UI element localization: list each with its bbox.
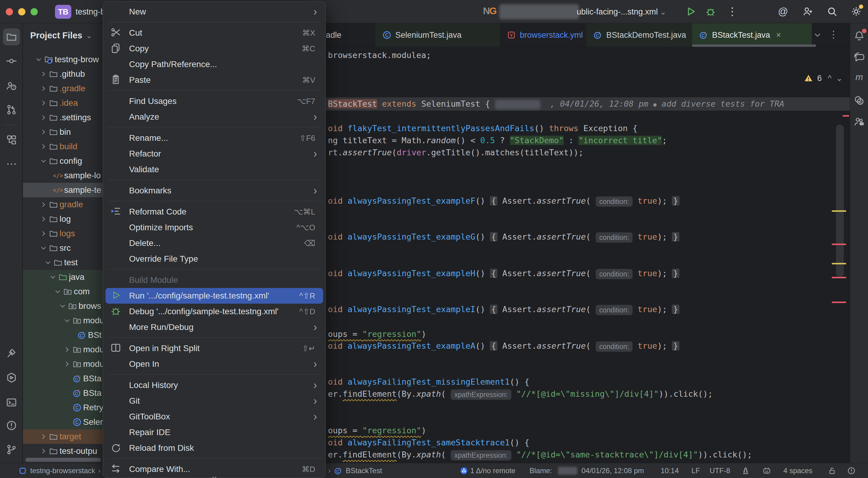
status-label: 4 spaces (783, 467, 812, 475)
stripe-marker[interactable] (832, 277, 846, 278)
stripe-services-button[interactable] (5, 372, 18, 384)
status-widget-blame[interactable]: Blame: (529, 463, 552, 478)
status-class-breadcrumb[interactable]: › C BStackTest (328, 463, 382, 478)
menu-item-reformat-code[interactable]: Reformat Code⌥⌘L (105, 204, 323, 220)
ai-assistant-icon[interactable]: @ (777, 5, 789, 18)
status-widget-1-no-remote[interactable]: 1 Δ/no remote (470, 463, 515, 478)
stripe-commit-button[interactable] (5, 55, 18, 67)
code-with-me-button[interactable] (802, 5, 814, 18)
menu-item-open-in-right-split[interactable]: Open in Right Split⇧↵ (105, 341, 323, 356)
status-redacted-blame-author[interactable] (558, 463, 577, 478)
stripe-bell-button[interactable] (853, 30, 865, 42)
stripe-marker[interactable] (832, 244, 846, 245)
menu-separator (103, 88, 326, 93)
menu-item-refactor[interactable]: Refactor› (105, 146, 323, 162)
menu-scroll-more-icon[interactable]: ⌄ (103, 471, 326, 478)
prev-warning-icon[interactable]: ^ (828, 74, 832, 83)
menu-item-analyze[interactable]: Analyze› (105, 109, 323, 125)
menu-item-delete[interactable]: Delete...⌫ (105, 235, 323, 251)
menu-item-local-history[interactable]: Local History› (105, 377, 323, 393)
menu-item-debug-config-sample-test-testng-xml[interactable]: Debug '.../config/sample-test.testng.xml… (105, 304, 323, 319)
stripe-terminal-button[interactable] (5, 396, 18, 409)
menu-item-cut[interactable]: Cut⌘X (105, 25, 323, 41)
close-icon[interactable]: × (776, 30, 781, 40)
menu-item-new[interactable]: New› (105, 4, 323, 20)
search-everywhere-button[interactable] (826, 5, 838, 18)
stripe-aichat-button[interactable] (853, 51, 865, 63)
menu-item-label: Rename... (129, 133, 300, 143)
window-maximize-button[interactable] (31, 8, 38, 15)
stripe-marker[interactable] (832, 263, 846, 264)
stripe-problems-button[interactable] (5, 419, 18, 432)
stripe-marker[interactable] (832, 210, 846, 212)
run-configuration-select[interactable]: ublic-facing-...stng.xml ⌄ (577, 7, 666, 17)
stripe-gitbranch-button[interactable] (5, 444, 18, 456)
menu-item-copy-path-reference[interactable]: Copy Path/Reference... (105, 57, 323, 72)
tab-d-gradle[interactable]: d.gradle (326, 23, 375, 47)
tab-scrollbar[interactable] (692, 44, 816, 47)
folder-icon (49, 142, 58, 151)
status-lock-widget[interactable] (828, 463, 837, 478)
tab-seleniumtest-java[interactable]: CSeleniumTest.java (375, 23, 500, 47)
menu-item-run-config-sample-test-testng-xml[interactable]: Run '.../config/sample-test.testng.xml'^… (105, 288, 323, 304)
tree-chevron-icon (39, 70, 48, 78)
menu-item-git[interactable]: Git› (105, 393, 323, 409)
menu-item-override-file-type[interactable]: Override File Type (105, 251, 323, 267)
status-bang-widget[interactable] (847, 463, 856, 478)
status-push-widget[interactable] (459, 463, 468, 478)
settings-gear-icon[interactable] (850, 5, 863, 18)
status-widget-4-spaces[interactable]: 4 spaces (783, 463, 812, 478)
project-view-header[interactable]: Project Files ⌄ (30, 31, 92, 40)
debug-button[interactable] (704, 5, 717, 18)
menu-item-more-run-debug[interactable]: More Run/Debug› (105, 319, 323, 335)
editor-scrollbar[interactable] (836, 125, 844, 277)
menu-item-gittoolbox[interactable]: GitToolBox› (105, 409, 323, 424)
run-button[interactable] (684, 5, 697, 18)
commit-icon (5, 55, 18, 67)
menu-item-label: Bookmarks (129, 186, 313, 195)
window-minimize-button[interactable] (18, 8, 25, 15)
menu-item-label: Copy Path/Reference... (129, 60, 323, 69)
menu-item-validate[interactable]: Validate (105, 162, 323, 178)
tab-browserstack-yml[interactable]: Ybrowserstack.yml (500, 23, 586, 47)
menu-item-open-in[interactable]: Open In› (105, 356, 323, 372)
userschat-icon (853, 116, 865, 128)
stripe-pr-button[interactable] (5, 104, 18, 116)
status-widget-10-14[interactable]: 10:14 (661, 463, 679, 478)
stripe-more-button[interactable] (5, 158, 18, 170)
tab-options-kebab-icon[interactable]: ⋮ (829, 29, 838, 40)
status-widget-utf-8[interactable]: UTF-8 (710, 463, 730, 478)
menu-item-bookmarks[interactable]: Bookmarks› (105, 183, 323, 198)
inspections-widget[interactable]: 6 ^ ⌄ (804, 73, 843, 83)
tab-list-chevron-icon[interactable] (812, 30, 823, 40)
menu-item-optimize-imports[interactable]: Optimize Imports^⌥O (105, 220, 323, 235)
stripe-mletter-button[interactable]: m (853, 71, 865, 84)
window-close-button[interactable] (6, 8, 13, 15)
tree-chevron-icon (34, 55, 43, 64)
stripe-hammer-button[interactable] (5, 347, 18, 359)
menu-item-paste[interactable]: Paste⌘V (105, 72, 323, 88)
stripe-marker[interactable] (843, 115, 849, 117)
menu-item-find-usages[interactable]: Find Usages⌥F7 (105, 93, 323, 109)
menu-item-copy[interactable]: Copy⌘C (105, 41, 323, 57)
code-line: er.findElement(By.xpath( xpathExpression… (328, 388, 713, 400)
status-grid-widget[interactable] (762, 463, 771, 478)
menu-item-repair-ide[interactable]: Repair IDE (105, 424, 323, 440)
stripe-userschat-button[interactable] (853, 116, 865, 128)
menu-item-reload-from-disk[interactable]: Reload from Disk (105, 440, 323, 456)
tab-bstacktest-java[interactable]: CBStackTest.java× (692, 23, 812, 47)
menu-item-rename[interactable]: Rename...⇧F6 (105, 130, 323, 146)
stripe-bstack-button[interactable] (853, 95, 865, 107)
next-warning-icon[interactable]: ⌄ (836, 73, 843, 83)
tree-horizontal-scrollbar[interactable] (25, 458, 101, 462)
status-fir-widget[interactable] (741, 463, 750, 478)
stripe-marker[interactable] (832, 301, 846, 303)
status-widget-04-01-26-12-08-pm[interactable]: 04/01/26, 12:08 pm (582, 463, 644, 478)
status-widget-lf[interactable]: LF (691, 463, 700, 478)
stripe-collab-button[interactable]: ? (5, 80, 18, 92)
tab-bstackdemotest-java[interactable]: CBStackDemoTest.java (586, 23, 692, 47)
stripe-structure-button[interactable] (5, 134, 18, 146)
more-actions-button[interactable]: ⋮ (726, 5, 739, 18)
status-project-breadcrumb[interactable]: testng-browserstack › (18, 463, 101, 478)
stripe-folder-button[interactable] (3, 28, 20, 45)
